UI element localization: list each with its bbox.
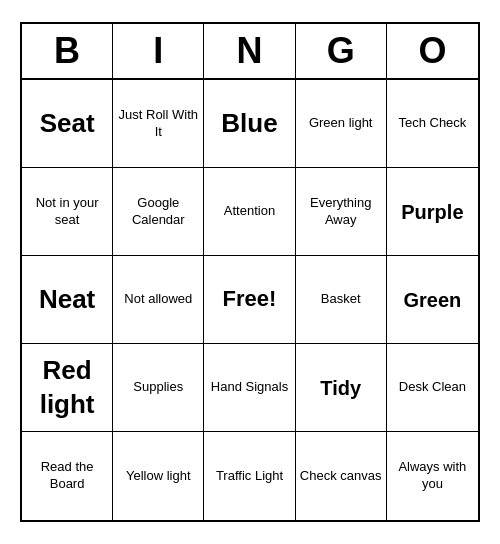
bingo-cell-14: Green — [387, 256, 478, 344]
bingo-cell-13: Basket — [296, 256, 387, 344]
bingo-cell-7: Attention — [204, 168, 295, 256]
bingo-cell-12: Free! — [204, 256, 295, 344]
header-letter-i: I — [113, 24, 204, 78]
bingo-cell-4: Tech Check — [387, 80, 478, 168]
bingo-cell-17: Hand Signals — [204, 344, 295, 432]
bingo-cell-3: Green light — [296, 80, 387, 168]
bingo-cell-10: Neat — [22, 256, 113, 344]
bingo-cell-18: Tidy — [296, 344, 387, 432]
bingo-card: BINGO SeatJust Roll With ItBlueGreen lig… — [20, 22, 480, 522]
bingo-cell-20: Read the Board — [22, 432, 113, 520]
header-letter-g: G — [296, 24, 387, 78]
bingo-cell-24: Always with you — [387, 432, 478, 520]
bingo-cell-15: Red light — [22, 344, 113, 432]
bingo-grid: SeatJust Roll With ItBlueGreen lightTech… — [22, 80, 478, 520]
bingo-cell-19: Desk Clean — [387, 344, 478, 432]
bingo-cell-22: Traffic Light — [204, 432, 295, 520]
bingo-cell-2: Blue — [204, 80, 295, 168]
header-letter-o: O — [387, 24, 478, 78]
bingo-cell-0: Seat — [22, 80, 113, 168]
header-letter-b: B — [22, 24, 113, 78]
bingo-header: BINGO — [22, 24, 478, 80]
bingo-cell-9: Purple — [387, 168, 478, 256]
bingo-cell-21: Yellow light — [113, 432, 204, 520]
bingo-cell-23: Check canvas — [296, 432, 387, 520]
bingo-cell-5: Not in your seat — [22, 168, 113, 256]
bingo-cell-11: Not allowed — [113, 256, 204, 344]
header-letter-n: N — [204, 24, 295, 78]
bingo-cell-16: Supplies — [113, 344, 204, 432]
bingo-cell-8: Everything Away — [296, 168, 387, 256]
bingo-cell-1: Just Roll With It — [113, 80, 204, 168]
bingo-cell-6: Google Calendar — [113, 168, 204, 256]
